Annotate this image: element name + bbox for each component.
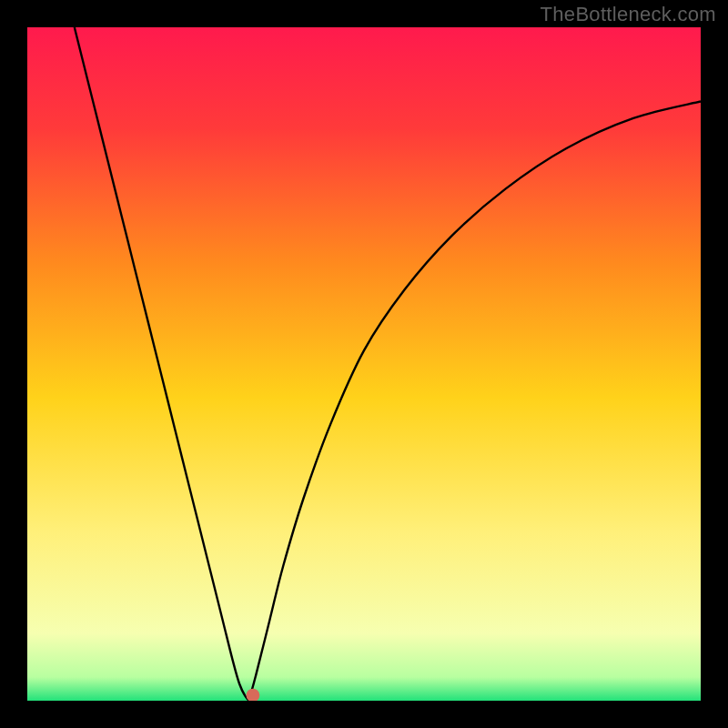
watermark-text: TheBottleneck.com bbox=[541, 3, 716, 26]
plot-area bbox=[27, 27, 701, 701]
chart-frame: TheBottleneck.com bbox=[0, 0, 728, 728]
plot-background bbox=[27, 27, 701, 701]
chart-svg bbox=[27, 27, 701, 701]
